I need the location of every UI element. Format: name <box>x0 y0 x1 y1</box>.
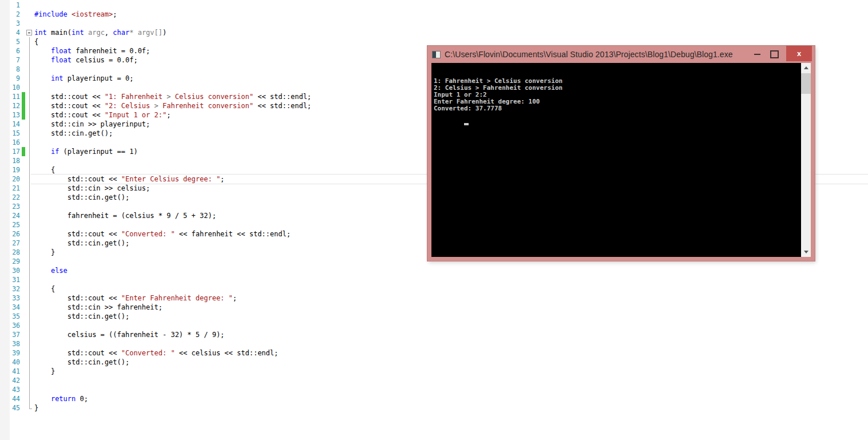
breakpoint-margin[interactable] <box>0 312 10 321</box>
code-line[interactable]: 44 return 0; <box>0 394 868 403</box>
code-line[interactable]: 33 std::cout << "Enter Fahrenheit degree… <box>0 294 868 303</box>
code-line[interactable]: 41 } <box>0 367 868 376</box>
code-text[interactable]: std::cin >> playerinput; <box>33 120 150 129</box>
breakpoint-margin[interactable] <box>0 46 10 56</box>
code-line[interactable]: 38 <box>0 339 868 348</box>
code-text[interactable] <box>33 138 34 147</box>
code-line[interactable]: 2#include <iostream>; <box>0 10 868 19</box>
code-text[interactable] <box>33 321 34 330</box>
code-text[interactable] <box>33 65 34 74</box>
code-text[interactable]: { <box>33 37 38 46</box>
collapse-toggle-icon[interactable] <box>26 30 32 35</box>
code-text[interactable] <box>33 385 34 394</box>
breakpoint-margin[interactable] <box>0 165 10 175</box>
breakpoint-margin[interactable] <box>0 358 10 367</box>
console-titlebar[interactable]: C:\Users\Flovin\Documents\Visual Studio … <box>427 46 815 63</box>
code-text[interactable]: std::cin >> celsius; <box>33 184 150 193</box>
code-text[interactable] <box>33 257 34 266</box>
code-text[interactable]: std::cout << "Converted: " << celsius <<… <box>33 348 278 358</box>
scrollbar-thumb[interactable] <box>801 73 811 94</box>
breakpoint-margin[interactable] <box>0 202 10 211</box>
close-button[interactable]: x <box>786 46 812 61</box>
breakpoint-margin[interactable] <box>0 156 10 165</box>
breakpoint-margin[interactable] <box>0 19 10 28</box>
code-text[interactable]: std::cout << "2: Celsius > Fahrenheit co… <box>33 101 311 110</box>
code-text[interactable]: { <box>33 165 55 175</box>
code-line[interactable]: 32 { <box>0 284 868 294</box>
console-output[interactable]: 1: Fahrenheit > Celsius conversion2: Cel… <box>431 63 801 257</box>
console-scrollbar[interactable] <box>801 63 811 257</box>
breakpoint-margin[interactable] <box>0 303 10 312</box>
breakpoint-margin[interactable] <box>0 220 10 229</box>
code-text[interactable]: std::cin.get(); <box>33 358 129 367</box>
breakpoint-margin[interactable] <box>0 321 10 330</box>
breakpoint-margin[interactable] <box>0 129 10 138</box>
code-line[interactable]: 31 <box>0 275 868 284</box>
code-text[interactable]: std::cin.get(); <box>33 129 113 138</box>
scroll-down-icon[interactable] <box>801 247 811 257</box>
code-text[interactable]: std::cin.get(); <box>33 239 129 248</box>
breakpoint-margin[interactable] <box>0 348 10 358</box>
minimize-button[interactable] <box>750 46 766 63</box>
code-text[interactable]: } <box>33 248 55 257</box>
code-text[interactable]: std::cout << "Enter Celsius degree: "; <box>33 175 224 184</box>
breakpoint-margin[interactable] <box>0 229 10 239</box>
breakpoint-margin[interactable] <box>0 1 10 10</box>
breakpoint-margin[interactable] <box>0 367 10 376</box>
breakpoint-margin[interactable] <box>0 74 10 83</box>
console-app-icon[interactable] <box>432 51 441 58</box>
code-text[interactable]: int main(int argc, char* argv[]) <box>33 28 167 37</box>
code-text[interactable] <box>33 339 34 348</box>
code-line[interactable]: 40 std::cin.get(); <box>0 358 868 367</box>
breakpoint-margin[interactable] <box>0 239 10 248</box>
breakpoint-margin[interactable] <box>0 10 10 19</box>
code-text[interactable] <box>33 83 34 92</box>
breakpoint-margin[interactable] <box>0 284 10 294</box>
code-text[interactable]: #include <iostream>; <box>33 10 117 19</box>
breakpoint-margin[interactable] <box>0 403 10 413</box>
code-line[interactable]: 35 std::cin.get(); <box>0 312 868 321</box>
code-text[interactable] <box>33 202 34 211</box>
code-text[interactable]: std::cout << "1: Fahrenheit > Celsius co… <box>33 92 311 101</box>
breakpoint-margin[interactable] <box>0 248 10 257</box>
breakpoint-margin[interactable] <box>0 211 10 220</box>
code-text[interactable]: float fahrenheit = 0.0f; <box>33 46 150 56</box>
breakpoint-margin[interactable] <box>0 385 10 394</box>
code-text[interactable]: { <box>33 284 55 294</box>
code-text[interactable]: int playerinput = 0; <box>33 74 133 83</box>
breakpoint-margin[interactable] <box>0 65 10 74</box>
code-text[interactable]: std::cout << "Input 1 or 2:"; <box>33 110 171 120</box>
breakpoint-margin[interactable] <box>0 339 10 348</box>
breakpoint-margin[interactable] <box>0 138 10 147</box>
code-text[interactable]: } <box>33 367 55 376</box>
breakpoint-margin[interactable] <box>0 376 10 385</box>
breakpoint-margin[interactable] <box>0 193 10 202</box>
code-line[interactable]: 43 <box>0 385 868 394</box>
code-line[interactable]: 45} <box>0 403 868 413</box>
breakpoint-margin[interactable] <box>0 275 10 284</box>
code-text[interactable]: float celsius = 0.0f; <box>33 56 138 65</box>
code-line[interactable]: 3 <box>0 19 868 28</box>
breakpoint-margin[interactable] <box>0 184 10 193</box>
code-line[interactable]: 34 std::cin >> fahrenheit; <box>0 303 868 312</box>
breakpoint-margin[interactable] <box>0 147 10 156</box>
breakpoint-margin[interactable] <box>0 83 10 92</box>
code-text[interactable] <box>33 376 34 385</box>
code-line[interactable]: 4int main(int argc, char* argv[]) <box>0 28 868 37</box>
breakpoint-margin[interactable] <box>0 56 10 65</box>
breakpoint-margin[interactable] <box>0 175 10 184</box>
code-text[interactable]: return 0; <box>33 394 88 403</box>
code-text[interactable]: fahrenheit = (celsius * 9 / 5 + 32); <box>33 211 216 220</box>
code-text[interactable] <box>33 220 34 229</box>
breakpoint-margin[interactable] <box>0 257 10 266</box>
code-text[interactable]: std::cin >> fahrenheit; <box>33 303 162 312</box>
breakpoint-margin[interactable] <box>0 120 10 129</box>
code-line[interactable]: 42 <box>0 376 868 385</box>
breakpoint-margin[interactable] <box>0 92 10 101</box>
breakpoint-margin[interactable] <box>0 110 10 120</box>
scroll-up-icon[interactable] <box>801 63 811 73</box>
code-text[interactable] <box>33 19 34 28</box>
breakpoint-margin[interactable] <box>0 37 10 46</box>
code-text[interactable] <box>33 275 34 284</box>
code-line[interactable]: 36 <box>0 321 868 330</box>
